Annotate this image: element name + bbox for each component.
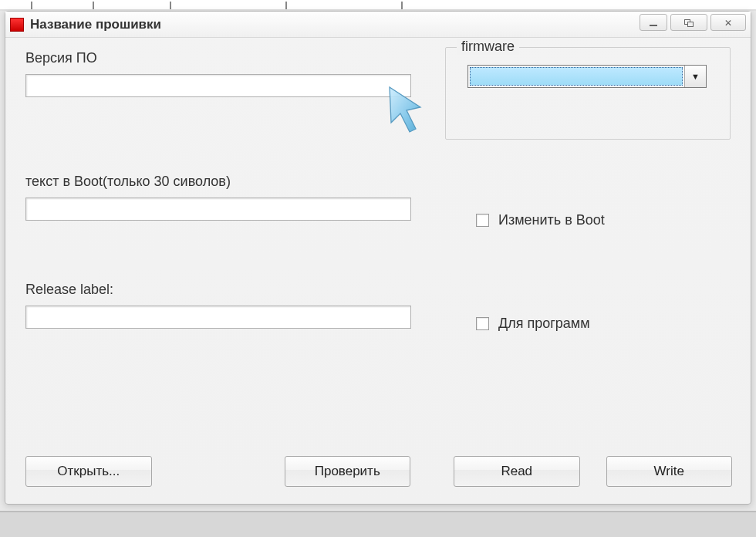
window-title: Название прошивки — [30, 17, 161, 32]
check-button[interactable]: Проверить — [285, 456, 411, 487]
version-section: Версия ПО — [25, 50, 411, 97]
boot-text-label: текст в Boot(только 30 сиволов) — [25, 174, 411, 190]
change-boot-checkbox[interactable] — [476, 214, 489, 227]
release-input[interactable] — [25, 306, 411, 329]
firmware-group-label: firmware — [457, 39, 519, 55]
version-label: Версия ПО — [25, 50, 411, 66]
chevron-down-icon[interactable]: ▼ — [684, 66, 706, 87]
version-input[interactable] — [25, 74, 411, 97]
change-boot-row: Изменить в Boot — [476, 212, 605, 228]
boot-text-section: текст в Boot(только 30 сиволов) — [25, 174, 411, 221]
firmware-group: firmware ▼ — [445, 47, 731, 140]
boot-text-input[interactable] — [25, 198, 411, 221]
client-area: Версия ПО firmware ▼ текст в Boot(только… — [5, 38, 751, 504]
write-button[interactable]: Write — [606, 456, 733, 487]
firmware-dialog-window: Название прошивки ✕ Версия ПО firmware ▼… — [5, 11, 751, 505]
open-button[interactable]: Открыть... — [25, 456, 152, 487]
release-section: Release label: — [25, 282, 411, 329]
background-app-strip — [0, 0, 756, 11]
window-controls: ✕ — [640, 14, 746, 31]
restore-button[interactable] — [670, 14, 707, 31]
release-label: Release label: — [25, 282, 411, 298]
page-footer-bar — [0, 511, 756, 537]
close-button[interactable]: ✕ — [710, 14, 746, 31]
app-icon — [10, 18, 24, 32]
for-program-label: Для программ — [498, 316, 590, 332]
read-button[interactable]: Read — [454, 456, 580, 487]
firmware-combobox-field[interactable] — [470, 67, 683, 86]
firmware-combobox[interactable]: ▼ — [467, 65, 707, 88]
for-program-row: Для программ — [476, 316, 590, 332]
titlebar[interactable]: Название прошивки ✕ — [5, 12, 751, 38]
change-boot-label: Изменить в Boot — [498, 212, 605, 228]
for-program-checkbox[interactable] — [476, 317, 489, 330]
minimize-button[interactable] — [640, 14, 667, 31]
button-bar: Открыть... Проверить Read Write — [25, 456, 732, 487]
